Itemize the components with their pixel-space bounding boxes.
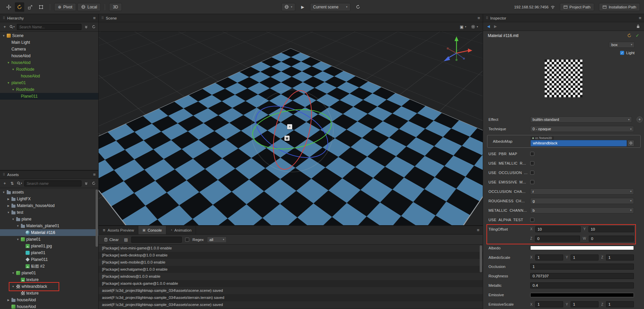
- texture-picker-button[interactable]: [628, 140, 634, 146]
- expand-arrow-icon[interactable]: ▼: [2, 191, 5, 194]
- hierarchy-tree-row[interactable]: Plane011: [0, 93, 98, 100]
- hierarchy-tree-row[interactable]: ▼houseAlod: [0, 59, 98, 66]
- tab-console[interactable]: ▣Console: [138, 226, 166, 234]
- assets-scrollbar[interactable]: [96, 190, 98, 247]
- log-line[interactable]: asset(F:\c3d_project\lightmap-sample_034…: [99, 294, 483, 301]
- scene-settings-button[interactable]: ▾: [471, 25, 478, 29]
- technique-select[interactable]: 0 - opaque ▾: [530, 126, 634, 132]
- expand-arrow-icon[interactable]: ▶: [7, 204, 10, 207]
- collapse-all-button[interactable]: [83, 25, 89, 29]
- hierarchy-tree-row[interactable]: ▼Scene: [0, 32, 98, 39]
- asset-tree-row[interactable]: ▶Materials_houseAlod: [0, 202, 98, 209]
- project-path-button[interactable]: Project Path: [560, 3, 595, 11]
- tab-assets-preview[interactable]: ≣Assets Preview: [99, 226, 138, 234]
- channel-select[interactable]: g▾: [530, 198, 634, 204]
- asset-tree-row[interactable]: texture: [0, 290, 98, 297]
- log-line[interactable]: [Package] vivo-mini-game@1.0.0 enable: [99, 245, 483, 252]
- reimport-icon[interactable]: [627, 33, 632, 38]
- log-line[interactable]: [Package] web-desktop@1.0.0 enable: [99, 252, 483, 259]
- asset-tree-row[interactable]: ▼whiteandblack: [0, 283, 98, 290]
- panel-menu-icon[interactable]: ≡: [477, 226, 483, 234]
- apply-check-icon[interactable]: ✓: [636, 33, 639, 38]
- scene-select[interactable]: Current scene ▾: [310, 3, 350, 11]
- expand-arrow-icon[interactable]: ▼: [7, 211, 10, 214]
- local-button[interactable]: Local: [77, 3, 101, 11]
- log-line[interactable]: [Package] xiaomi-quick-game@1.0.0 enable: [99, 280, 483, 287]
- hierarchy-tree-row[interactable]: Main Light: [0, 39, 98, 46]
- log-line[interactable]: [Package] windows@1.0.0 enable: [99, 273, 483, 280]
- expand-arrow-icon[interactable]: ▼: [16, 238, 20, 241]
- tiling-w-input[interactable]: [589, 236, 634, 242]
- hierarchy-tree-row[interactable]: ▼RootNode: [0, 86, 98, 93]
- gizmo-handle[interactable]: ▣: [284, 136, 290, 141]
- expand-arrow-icon[interactable]: ▶: [7, 299, 10, 302]
- log-line[interactable]: asset(F:\c3d_project\lightmap-sample_034…: [99, 287, 483, 294]
- export-log-icon[interactable]: ▤: [124, 237, 128, 242]
- history-back-button[interactable]: ◀: [487, 24, 490, 29]
- scene-viewport[interactable]: + ▣: [99, 32, 483, 225]
- console-scrollbar[interactable]: [480, 245, 482, 272]
- rect-tool-button[interactable]: [36, 2, 46, 12]
- refresh-hierarchy-button[interactable]: [91, 25, 96, 29]
- asset-tree-row[interactable]: ▼test: [0, 209, 98, 216]
- regex-checkbox[interactable]: [185, 238, 189, 242]
- search-filter-button[interactable]: ▾: [9, 25, 15, 29]
- hierarchy-tree-row[interactable]: ▼RootNode: [0, 66, 98, 73]
- light-checkbox[interactable]: ✓: [620, 51, 624, 55]
- effect-location-button[interactable]: +: [637, 116, 643, 123]
- panel-menu-icon[interactable]: ≡: [477, 15, 480, 21]
- search-filter-button[interactable]: ▾: [17, 181, 22, 185]
- clear-console-button[interactable]: Clear: [102, 237, 121, 242]
- hierarchy-tree-row[interactable]: Camera: [0, 46, 98, 53]
- panel-menu-icon[interactable]: ≡: [93, 15, 96, 21]
- lock-inspector-button[interactable]: [636, 24, 640, 29]
- asset-tree-row[interactable]: plane01.jpg: [0, 243, 98, 249]
- history-forward-button[interactable]: ▶: [494, 24, 497, 29]
- preview-shape-select[interactable]: box ▾: [609, 42, 635, 48]
- expand-arrow-icon[interactable]: ▼: [11, 218, 15, 221]
- roughness-input[interactable]: [530, 273, 634, 279]
- refresh-assets-button[interactable]: [91, 181, 96, 185]
- expand-arrow-icon[interactable]: ▼: [11, 272, 15, 275]
- asset-tree-row[interactable]: Plane011: [0, 256, 98, 263]
- checkbox[interactable]: [530, 171, 534, 175]
- scale-tool-button[interactable]: [26, 2, 35, 12]
- metallic-input[interactable]: [530, 282, 634, 288]
- asset-tree-row[interactable]: ▶houseAlod: [0, 297, 98, 303]
- hierarchy-tree-row[interactable]: houseAlod: [0, 73, 98, 79]
- albedo-scale-x-input[interactable]: [535, 254, 563, 261]
- play-button[interactable]: ▶: [298, 2, 307, 12]
- alpha-test-checkbox[interactable]: [530, 218, 534, 222]
- channel-select[interactable]: r▾: [530, 188, 634, 195]
- occlusion-input[interactable]: [530, 264, 634, 270]
- asset-tree-row[interactable]: ▼plane01: [0, 270, 98, 276]
- preview-target-button[interactable]: ▾: [281, 3, 295, 11]
- gizmo-handle[interactable]: +: [287, 124, 292, 129]
- camera-view-button[interactable]: ▣ ▾: [460, 25, 466, 29]
- expand-arrow-icon[interactable]: ▼: [7, 61, 10, 64]
- log-line[interactable]: [Package] wechatgame@1.0.0 enable: [99, 266, 483, 273]
- albedo-scale-z-input[interactable]: [606, 254, 634, 261]
- asset-tree-row[interactable]: 贴图 #2: [0, 263, 98, 270]
- albedo-map-reference[interactable]: whiteandblack: [531, 140, 627, 146]
- expand-arrow-icon[interactable]: ▼: [7, 81, 10, 84]
- assets-search-input[interactable]: [24, 180, 81, 186]
- sort-assets-button[interactable]: ⇅: [9, 181, 15, 186]
- albedo-scale-y-input[interactable]: [571, 254, 599, 261]
- add-node-button[interactable]: +: [2, 25, 7, 29]
- log-line[interactable]: [Package] web-mobile@1.0.0 enable: [99, 259, 483, 266]
- channel-select[interactable]: b▾: [530, 207, 634, 213]
- add-asset-button[interactable]: +: [2, 181, 7, 186]
- asset-tree-row[interactable]: texture: [0, 276, 98, 283]
- installation-path-button[interactable]: Installation Path: [599, 3, 640, 11]
- collapse-all-button[interactable]: [83, 182, 89, 185]
- asset-tree-row[interactable]: plane01: [0, 249, 98, 256]
- asset-tree-row[interactable]: Material #116: [0, 229, 98, 236]
- expand-arrow-icon[interactable]: ▼: [11, 285, 15, 288]
- effect-select[interactable]: builtin-standard ▾: [530, 116, 632, 123]
- move-tool-button[interactable]: [4, 2, 13, 12]
- panel-menu-icon[interactable]: ≡: [93, 172, 96, 177]
- asset-tree-row[interactable]: ▶LightFX: [0, 196, 98, 202]
- hierarchy-tree-row[interactable]: ▼plane01: [0, 79, 98, 86]
- hierarchy-tree-row[interactable]: houseAlod: [0, 53, 98, 59]
